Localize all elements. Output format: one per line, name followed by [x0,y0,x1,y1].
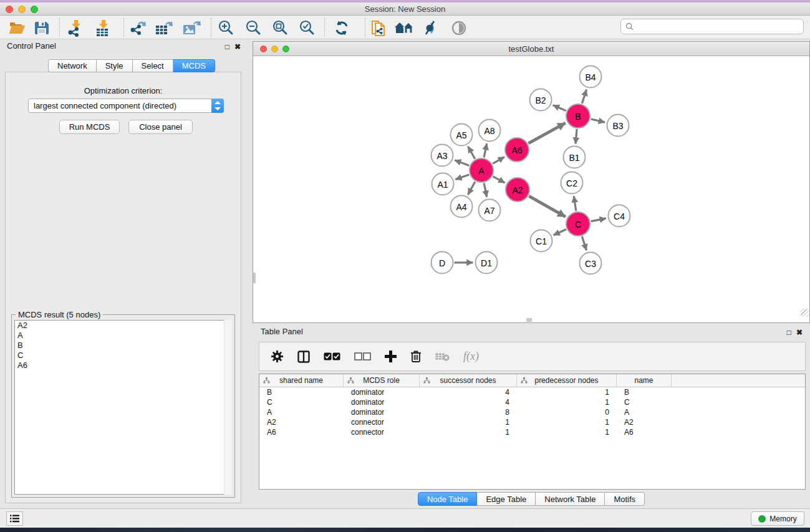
graph-edge[interactable] [484,143,487,157]
graph-edge[interactable] [582,236,586,250]
zoom-fit-button[interactable] [269,19,291,37]
float-panel-icon[interactable]: □ [225,42,229,51]
table-cell[interactable]: 0 [517,408,617,417]
graph-edge[interactable] [493,157,504,164]
graph-edge[interactable] [576,129,577,144]
table-cell[interactable]: C [259,398,344,407]
network-canvas[interactable]: B4B2BB3A8A5A6A3B1AC2A1A2A4A7C4CC1C3DD1 [253,57,809,317]
table-cell[interactable]: dominator [344,398,420,407]
column-header-shared-name[interactable]: shared name [259,374,344,387]
deselect-all-checks-icon[interactable] [354,352,371,360]
table-cell[interactable]: 1 [517,428,617,437]
tab-mcds[interactable]: MCDS [173,59,215,72]
table-cell[interactable]: A [259,408,344,417]
delete-column-icon[interactable] [410,350,422,363]
table-cell[interactable]: dominator [344,408,420,417]
export-network-button[interactable] [128,19,149,37]
list-item[interactable]: A [15,331,231,341]
tab-network[interactable]: Network [48,59,97,72]
graph-edge[interactable] [554,230,566,235]
graph-edge[interactable] [484,183,487,197]
table-cell[interactable]: 1 [517,388,617,397]
table-cell[interactable]: B [259,388,344,397]
list-item[interactable]: B [15,341,231,351]
graph-edge[interactable] [493,177,505,183]
list-item[interactable]: A6 [15,360,231,370]
table-cell[interactable]: connector [344,418,420,427]
show-all-networks-button[interactable] [393,19,415,37]
export-image-button[interactable] [181,19,202,37]
hide-graphics-details-button[interactable] [420,19,441,37]
list-item[interactable]: A2 [15,321,231,331]
import-table-button[interactable] [92,19,113,37]
table-cell[interactable]: 1 [420,418,517,427]
table-cell[interactable]: A2 [617,418,672,427]
table-row[interactable]: Cdominator41C [259,397,805,407]
table-cell[interactable]: A6 [259,428,344,437]
column-header-name[interactable]: name [617,374,672,387]
graph-edge[interactable] [455,160,469,166]
table-cell[interactable]: connector [344,428,420,437]
table-cell[interactable]: A [617,408,672,417]
table-row[interactable]: A6connector11A6 [259,427,805,437]
tab-select[interactable]: Select [133,59,173,72]
memory-button[interactable]: Memory [751,511,804,526]
zoom-in-button[interactable] [215,19,236,37]
graph-edge[interactable] [582,89,586,103]
graph-edge[interactable] [591,119,605,122]
refresh-button[interactable] [331,19,352,37]
select-all-checks-icon[interactable] [324,352,340,360]
column-header-successor-nodes[interactable]: successor nodes [420,374,517,387]
table-row[interactable]: A2connector11A2 [259,417,805,427]
dropdown-stepper-icon[interactable] [211,99,224,113]
table-cell[interactable]: 1 [517,418,617,427]
function-builder-icon[interactable]: f(x) [463,350,479,363]
window-edge-handle[interactable] [526,318,532,322]
graph-edge[interactable] [528,123,565,143]
graph-edge[interactable] [455,175,469,180]
window-edge-handle[interactable] [253,273,256,283]
tab-network-table[interactable]: Network Table [536,492,605,506]
graph-edge[interactable] [574,196,576,211]
mcds-result-list[interactable]: A2ABCA6 [14,320,232,495]
search-input[interactable] [637,22,803,31]
column-header-predecessor-nodes[interactable]: predecessor nodes [517,374,617,387]
table-cell[interactable]: A2 [259,418,344,427]
table-cell[interactable]: A6 [617,428,672,437]
graph-edge[interactable] [591,218,606,221]
close-panel-button[interactable]: Close panel [128,120,193,134]
graph-edge[interactable] [468,181,475,195]
search-field[interactable] [620,19,804,34]
import-network-button[interactable] [65,19,86,37]
close-panel-icon[interactable]: ✖ [796,328,803,337]
table-row[interactable]: Bdominator41B [259,387,805,397]
table-row[interactable]: Adominator80A [259,407,805,417]
table-cell[interactable]: 1 [420,428,517,437]
tab-style[interactable]: Style [97,59,133,72]
show-task-history-button[interactable] [6,511,23,526]
table-cell[interactable]: 4 [420,398,517,407]
zoom-selected-button[interactable] [296,19,317,37]
zoom-out-button[interactable] [243,19,264,37]
close-panel-icon[interactable]: ✖ [234,42,241,51]
table-cell[interactable]: 4 [420,388,517,397]
column-header-mcds-role[interactable]: MCDS role [344,374,420,387]
show-column-icon[interactable] [297,351,310,363]
show-graphics-details-button[interactable] [448,19,470,37]
table-cell[interactable]: dominator [344,388,420,397]
list-scrollbar[interactable] [224,320,232,495]
graph-edge[interactable] [468,147,475,159]
list-item[interactable]: C [15,351,231,360]
run-mcds-button[interactable]: Run MCDS [59,120,120,134]
clone-network-button[interactable] [369,19,390,37]
table-cell[interactable]: 1 [517,398,617,407]
table-cell[interactable]: 8 [420,408,517,417]
export-table-button[interactable] [153,19,175,37]
tab-edge-table[interactable]: Edge Table [477,492,536,506]
table-cell[interactable]: B [617,388,672,397]
tab-motifs[interactable]: Motifs [605,492,645,506]
tab-node-table[interactable]: Node Table [418,492,478,506]
add-column-icon[interactable] [385,351,397,362]
open-file-button[interactable] [6,19,27,37]
settings-gear-icon[interactable] [271,350,284,363]
